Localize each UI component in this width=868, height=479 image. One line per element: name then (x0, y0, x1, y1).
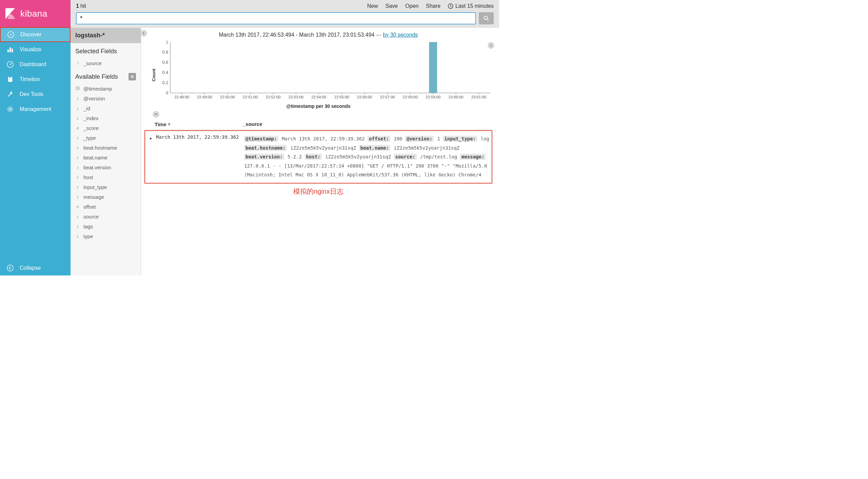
string-type-icon: t (75, 165, 80, 170)
svg-text:0.8: 0.8 (162, 50, 168, 55)
expand-row-toggle[interactable]: ▸ (146, 134, 156, 179)
search-button[interactable] (479, 12, 494, 24)
histogram-chart: Count 00.20.40.60.8122:48:0022:49:0022:5… (144, 41, 492, 103)
source-key: source: (394, 154, 417, 160)
collapse-icon (7, 265, 14, 271)
string-type-icon: t (75, 234, 80, 239)
field-name: input_type (83, 184, 107, 190)
clock-icon (448, 3, 453, 9)
bear-icon (7, 76, 14, 83)
svg-text:22:50:00: 22:50:00 (220, 95, 235, 99)
nav-item-dashboard[interactable]: Dashboard (0, 57, 71, 72)
field-item--source[interactable]: ?_source (71, 58, 141, 68)
sort-desc-icon: ▾ (168, 121, 171, 127)
svg-rect-25 (429, 42, 437, 93)
topbar-time-picker[interactable]: Last 15 minutes (448, 3, 494, 9)
string-type-icon: t (75, 194, 80, 200)
field-settings-button[interactable] (129, 73, 136, 80)
field-item--timestamp[interactable]: @timestamp (71, 84, 141, 94)
source-value: iZ2ze5m5k5v2yoarjn31sqZ (325, 154, 391, 159)
svg-text:22:54:00: 22:54:00 (311, 95, 326, 99)
nav-item-label: Discover (20, 32, 41, 38)
topbar-new[interactable]: New (367, 3, 378, 9)
source-key: input_type: (443, 136, 477, 142)
nav-item-label: Management (20, 106, 51, 112)
source-value: 5.2.2 (288, 154, 302, 159)
unknown-type-icon: ? (75, 61, 80, 66)
field-name: beat.hostname (83, 145, 117, 151)
nav-item-timelion[interactable]: Timelion (0, 72, 71, 87)
svg-point-12 (7, 265, 13, 271)
nav-item-dev-tools[interactable]: Dev Tools (0, 87, 71, 102)
nav-item-discover[interactable]: Discover (0, 27, 71, 42)
time-range-label: Last 15 minutes (455, 3, 494, 9)
nav-item-management[interactable]: Management (0, 102, 71, 117)
source-key: @version: (405, 136, 434, 142)
field-item--type[interactable]: t_type (71, 133, 141, 143)
collapse-chart-button[interactable] (153, 111, 159, 118)
source-key: message: (460, 154, 486, 160)
nav-collapse[interactable]: Collapse (0, 261, 71, 275)
field-item-tags[interactable]: ttags (71, 222, 141, 231)
field-item--id[interactable]: t_id (71, 103, 141, 113)
svg-text:22:58:00: 22:58:00 (403, 95, 418, 99)
field-item-beat-hostname[interactable]: tbeat.hostname (71, 143, 141, 153)
field-item-source[interactable]: tsource (71, 212, 141, 222)
field-item--index[interactable]: t_index (71, 113, 141, 123)
x-axis-label: @timestamp per 30 seconds (144, 103, 492, 111)
svg-text:0.2: 0.2 (162, 80, 168, 85)
svg-text:22:55:00: 22:55:00 (334, 95, 349, 99)
topbar: 1 hit New Save Open Share Last 15 minute… (71, 0, 499, 12)
gear-icon (7, 106, 14, 113)
field-item-beat-version[interactable]: tbeat.version (71, 162, 141, 172)
logo-text: kibana (20, 8, 47, 19)
svg-text:0.4: 0.4 (162, 70, 168, 75)
field-name: @version (83, 96, 105, 101)
interval-link[interactable]: by 30 seconds (383, 32, 418, 38)
topbar-open[interactable]: Open (405, 3, 418, 9)
svg-point-14 (484, 16, 488, 20)
field-item-offset[interactable]: #offset (71, 202, 141, 212)
source-key: host: (305, 154, 322, 160)
index-pattern-selector[interactable]: logstash-* (71, 28, 141, 43)
topbar-save[interactable]: Save (386, 3, 398, 9)
source-key: beat.hostname: (244, 145, 287, 151)
collapse-chart-right-button[interactable] (488, 42, 494, 49)
field-name: beat.version (83, 165, 111, 170)
time-range-header: March 13th 2017, 22:46:53.494 - March 13… (144, 31, 492, 41)
source-key: @timestamp: (244, 136, 278, 142)
svg-text:0: 0 (166, 91, 168, 95)
field-item-host[interactable]: thost (71, 172, 141, 182)
field-item-beat-name[interactable]: tbeat.name (71, 153, 141, 162)
svg-point-11 (9, 108, 11, 110)
svg-point-5 (10, 64, 11, 65)
topbar-share[interactable]: Share (426, 3, 440, 9)
field-name: _type (83, 135, 96, 141)
field-item-type[interactable]: ttype (71, 231, 141, 241)
svg-text:22:57:00: 22:57:00 (380, 95, 395, 99)
results-area: March 13th 2017, 22:46:53.494 - March 13… (141, 28, 499, 275)
field-item-message[interactable]: tmessage (71, 192, 141, 202)
column-header-time[interactable]: Time ▾ (155, 121, 243, 127)
field-name: _id (83, 106, 90, 111)
logo-header[interactable]: kibana (0, 0, 71, 27)
svg-text:22:48:00: 22:48:00 (174, 95, 189, 99)
source-value: iZ2ze5m5k5v2yoarjn31sqZ (394, 145, 460, 151)
column-header-source[interactable]: _source (243, 121, 492, 127)
row-source: @timestamp: March 13th 2017, 22:59:39.36… (244, 134, 491, 179)
source-value: 1 (437, 136, 440, 141)
string-type-icon: t (75, 224, 80, 229)
string-type-icon: t (75, 145, 80, 151)
source-value: iZ2ze5m5k5v2yoarjn31sqZ (290, 145, 356, 151)
svg-text:22:56:00: 22:56:00 (357, 95, 372, 99)
field-item--score[interactable]: #_score (71, 123, 141, 133)
field-item--version[interactable]: t@version (71, 94, 141, 103)
nav-item-visualize[interactable]: Visualize (0, 42, 71, 57)
field-item-input-type[interactable]: tinput_type (71, 182, 141, 192)
string-type-icon: t (75, 214, 80, 219)
svg-point-15 (132, 76, 133, 77)
search-input[interactable] (76, 12, 476, 24)
string-type-icon: t (75, 185, 80, 190)
annotation-label: 模拟的nginx日志 (144, 184, 492, 199)
field-name: message (83, 194, 104, 200)
